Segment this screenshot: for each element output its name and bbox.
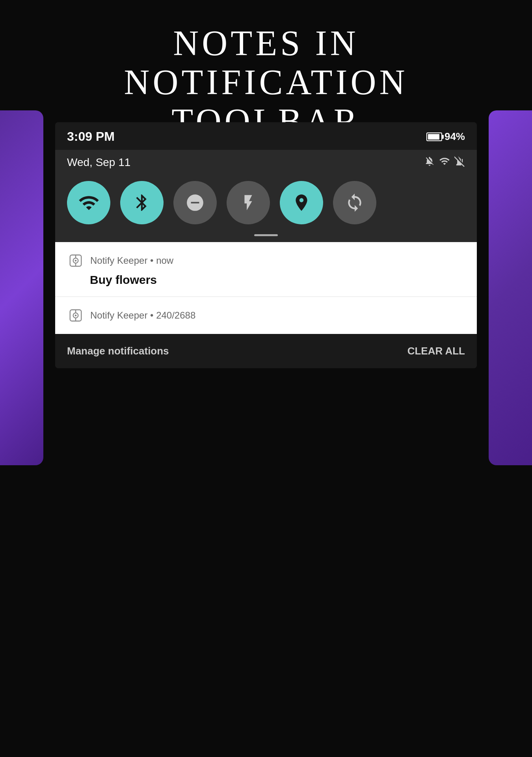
location-toggle[interactable] (280, 181, 323, 224)
notification-meta-2: Notify Keeper • 240/2688 (90, 310, 195, 321)
status-bar: 3:09 PM 94% (55, 122, 477, 150)
status-right: 94% (426, 131, 465, 143)
left-panel (0, 110, 43, 465)
phone-screen: 3:09 PM 94% Wed, Sep 11 (55, 122, 477, 368)
battery-body (426, 132, 442, 141)
wifi-arrow-icon (439, 156, 450, 169)
app-icon-2 (67, 307, 84, 324)
battery-percent: 94% (445, 131, 465, 143)
notification-title-1: Buy flowers (67, 273, 465, 287)
status-time: 3:09 PM (67, 129, 115, 144)
notification-second-2: Notify Keeper • 240/2688 (67, 307, 465, 324)
quick-settings-header: Wed, Sep 11 (55, 150, 477, 173)
bluetooth-toggle[interactable] (120, 181, 164, 224)
sync-toggle[interactable] (333, 181, 376, 224)
svg-point-2 (75, 260, 77, 262)
dnd-toggle[interactable] (173, 181, 217, 224)
notification-meta-1: Notify Keeper • now (90, 255, 173, 266)
scroll-bar (254, 234, 278, 236)
flashlight-toggle[interactable] (227, 181, 270, 224)
notification-item-2[interactable]: Notify Keeper • 240/2688 (55, 297, 477, 334)
notification-item-1[interactable]: Notify Keeper • now Buy flowers (55, 242, 477, 297)
wifi-toggle[interactable] (67, 181, 110, 224)
bottom-bar: Manage notifications CLEAR ALL (55, 334, 477, 368)
bell-mute-icon (424, 156, 435, 169)
battery-fill (428, 134, 439, 140)
scroll-indicator (55, 234, 477, 242)
clear-all-button[interactable]: CLEAR ALL (407, 345, 465, 357)
svg-point-7 (75, 315, 77, 317)
right-panel (489, 110, 532, 465)
battery-icon: 94% (426, 131, 465, 143)
signal-icon (454, 156, 465, 169)
header-icons (424, 156, 465, 169)
quick-toggles (55, 173, 477, 234)
notification-header-1: Notify Keeper • now (67, 252, 465, 269)
notification-panel: Wed, Sep 11 (55, 150, 477, 242)
manage-notifications-button[interactable]: Manage notifications (67, 345, 169, 357)
date-text: Wed, Sep 11 (67, 156, 130, 169)
app-icon-1 (67, 252, 84, 269)
notifications-list: Notify Keeper • now Buy flowers Notify K… (55, 242, 477, 334)
